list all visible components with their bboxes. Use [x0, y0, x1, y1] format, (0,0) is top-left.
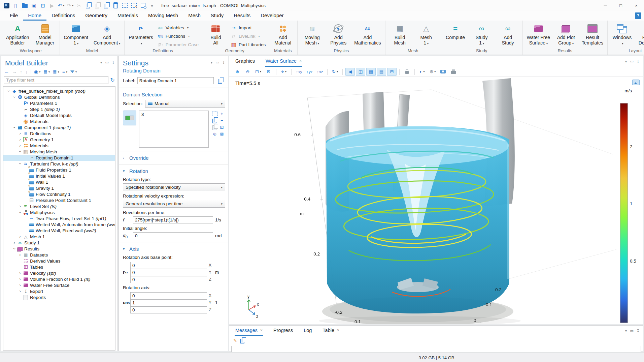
panel-menu-icon[interactable]: ▾	[625, 329, 627, 333]
build-all-button[interactable]: BuildAll	[203, 22, 229, 46]
study-1-button[interactable]: ∞Study1▾	[469, 22, 495, 47]
import-button[interactable]: ⇥Import	[231, 24, 266, 31]
tree-node-water-free-surface[interactable]: ›Water Free Surface	[3, 282, 115, 288]
initial-angle-input[interactable]	[133, 232, 213, 239]
menu-materials[interactable]: Materials	[112, 11, 143, 21]
tree-node-fluid-properties-1[interactable]: Fluid Properties 1	[3, 167, 115, 173]
axis-z-input[interactable]	[130, 306, 207, 313]
axis-y-input[interactable]	[130, 299, 207, 306]
tree-node-default-model-inputs[interactable]: ◈Default Model Inputs	[3, 112, 115, 118]
show-button[interactable]: ◉▾	[34, 69, 40, 74]
zoom-to-selection-button[interactable]: ⊡	[218, 124, 225, 130]
panel-menu-icon[interactable]: ▾	[100, 60, 102, 65]
tree-node-materials[interactable]: ◉Materials	[3, 118, 115, 124]
menu-developer[interactable]: Developer	[256, 11, 289, 21]
save-view-button[interactable]: ⊡	[38, 1, 47, 10]
nav-back-button[interactable]: ←	[4, 69, 9, 74]
find-button[interactable]	[138, 1, 147, 10]
messages-tab-log[interactable]: Log	[303, 326, 312, 336]
messages-tab-progress[interactable]: Progress	[273, 326, 294, 336]
mesh-1-button[interactable]: △Mesh1▾	[413, 22, 439, 47]
tree-node-multiphysics[interactable]: ›Multiphysics	[3, 209, 115, 215]
show-frame-icon[interactable]: ⊟	[387, 68, 397, 76]
model-manager-button[interactable]: ModelManager	[32, 22, 58, 46]
graphics-canvas[interactable]: 0.60.40.2m-0.20.10.20.10 Time=5.5 s m/s …	[229, 77, 643, 324]
close-button[interactable]: ×	[629, 0, 644, 11]
tree-node-level-set[interactable]: ›≈Level Set(ls)	[3, 203, 115, 209]
tree-node-mesh-1[interactable]: ›△Mesh 1	[3, 234, 115, 240]
cut-button[interactable]: ✂	[75, 1, 84, 10]
expand-icon[interactable]: ›	[18, 271, 23, 275]
menu-home[interactable]: Home	[23, 11, 46, 21]
add-to-selection-button[interactable]: +	[218, 111, 225, 117]
select-box-button[interactable]	[120, 1, 129, 10]
expand-icon[interactable]: ›	[18, 234, 23, 239]
revolutions-input[interactable]	[133, 216, 213, 223]
toolbar-options-button[interactable]: ▾	[147, 1, 157, 10]
tree-node-wall-1[interactable]: Wall 1	[3, 179, 115, 185]
expand-icon[interactable]: ›	[18, 252, 23, 257]
view-xy-icon[interactable]: ↑xy	[294, 68, 304, 76]
graphics-tab-graphics[interactable]: Graphics	[235, 56, 256, 67]
environment-icon[interactable]: ⚙▾	[428, 68, 437, 76]
scene-light-icon[interactable]: ◐▾	[417, 68, 427, 76]
tree-node-volume-fraction-of-fluid-1[interactable]: ›Volume Fraction of Fluid 1(ls)	[3, 276, 115, 282]
application-builder-button[interactable]: AApplicationBuilder	[4, 22, 32, 46]
component-1-button[interactable]: Component1▾	[62, 22, 91, 47]
collapse-icon[interactable]: ›	[18, 210, 23, 215]
paste-button[interactable]	[93, 1, 102, 10]
add-study-button[interactable]: ∞AddStudy	[495, 22, 521, 46]
go-to-view-icon[interactable]: ⌖▾	[279, 68, 289, 76]
undo-button[interactable]: ↶▾	[57, 1, 66, 10]
tree-node-free-surface-mixer-ls-mph[interactable]: ›◆free_surface_mixer_ls.mph(root)	[3, 88, 115, 94]
sound-icon[interactable]: ◀	[345, 68, 355, 76]
clear-messages-button[interactable]: ✎	[233, 338, 237, 343]
move-up-button[interactable]: ↑	[20, 69, 22, 74]
copy-selection-button[interactable]	[211, 117, 218, 124]
panel-float-icon[interactable]: ▭	[105, 60, 108, 65]
paste-selection-button[interactable]	[211, 124, 218, 130]
new-selection-button[interactable]	[211, 111, 218, 117]
copy-messages-button[interactable]	[240, 338, 245, 343]
node-text-button[interactable]: ≡▾	[62, 69, 67, 74]
delete-button[interactable]	[111, 1, 120, 10]
move-down-button[interactable]: ↓	[25, 69, 28, 74]
save-button[interactable]: ▣	[29, 1, 38, 10]
panel-menu-icon[interactable]: ▾	[211, 60, 213, 65]
tree-node-gravity-1[interactable]: Gravity 1	[3, 185, 115, 191]
menu-study[interactable]: Study	[206, 11, 229, 21]
zoom-box-icon[interactable]: ⊡▾	[253, 68, 263, 76]
comsol-logo-button[interactable]	[2, 1, 11, 10]
tree-node-wetted-wall-fixed-wall[interactable]: Wetted Wall, Fixed wall(ww2)	[3, 228, 115, 234]
close-tab-icon[interactable]: ×	[299, 59, 302, 63]
collapse-icon[interactable]: ›	[12, 95, 17, 100]
selection-list-item[interactable]: 3	[141, 112, 206, 117]
collapse-icon[interactable]: ›	[18, 161, 23, 167]
clear-selection-button[interactable]: ⊠	[218, 131, 225, 137]
base-y-input[interactable]	[130, 269, 207, 276]
expand-icon[interactable]: ›	[18, 143, 23, 148]
graphics-image-icon[interactable]	[632, 80, 640, 85]
water-free-surface-button[interactable]: Water FreeSurface▾	[524, 22, 553, 47]
zoom-in-icon[interactable]: ⊕	[233, 68, 242, 76]
clear-selection-button[interactable]	[129, 1, 138, 10]
messages-text-line[interactable]	[231, 346, 641, 352]
nav-forward-button[interactable]: →	[12, 69, 17, 74]
tree-node-wetted-wall-automatic-from-frame[interactable]: Wetted Wall, Automatic from frame(ww1)	[3, 221, 115, 228]
menu-mesh[interactable]: Mesh	[183, 11, 206, 21]
add-material-button[interactable]: AddMaterial	[270, 22, 296, 46]
create-selection-button[interactable]: ⊕	[211, 131, 218, 137]
lock-icon[interactable]	[402, 68, 412, 76]
messages-tab-messages[interactable]: Messages×	[235, 326, 263, 336]
collapse-icon[interactable]: ›	[18, 149, 23, 154]
moving-mesh-button[interactable]: ▨MovingMesh▾	[299, 22, 325, 47]
remove-from-selection-button[interactable]: −	[218, 117, 225, 124]
variables-button[interactable]: a=Variables▾	[158, 24, 199, 31]
tree-node-two-phase-flow-level-set-1[interactable]: ∽Two-Phase Flow, Level Set 1(tpf1)	[3, 215, 115, 221]
axis-x-input[interactable]	[130, 292, 207, 299]
tree-node-materials[interactable]: ›Materials	[3, 143, 115, 149]
new-file-button[interactable]: ▯	[11, 1, 20, 10]
parameter-case-button[interactable]: PiParameter Case	[158, 41, 199, 48]
view-yz-icon[interactable]: ↑yz	[305, 68, 314, 76]
filter-button[interactable]: ▾	[70, 70, 77, 73]
